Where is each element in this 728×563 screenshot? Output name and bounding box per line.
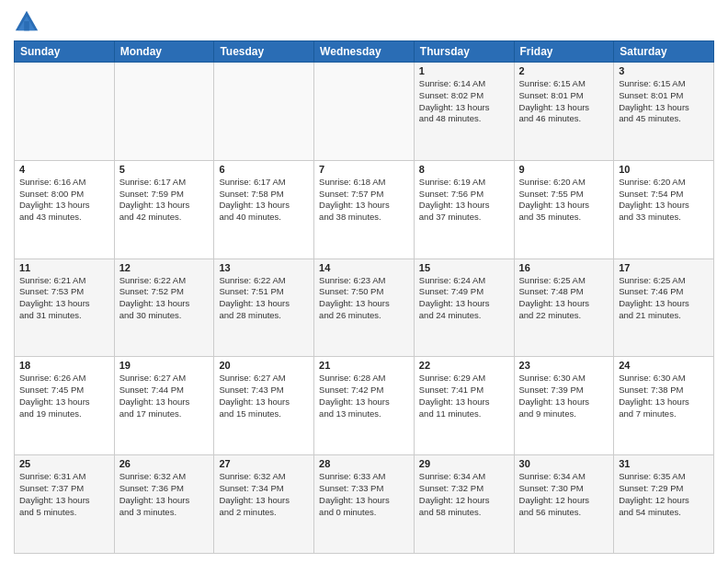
calendar-cell: 11Sunrise: 6:21 AM Sunset: 7:53 PM Dayli… (15, 259, 115, 357)
day-info: Sunrise: 6:33 AM Sunset: 7:33 PM Dayligh… (319, 471, 409, 518)
calendar-cell: 21Sunrise: 6:28 AM Sunset: 7:42 PM Dayli… (314, 357, 415, 455)
day-number: 31 (619, 458, 709, 469)
day-info: Sunrise: 6:26 AM Sunset: 7:45 PM Dayligh… (19, 373, 109, 419)
day-number: 26 (119, 458, 210, 469)
calendar-cell: 29Sunrise: 6:34 AM Sunset: 7:32 PM Dayli… (414, 455, 514, 554)
header-wednesday: Wednesday (314, 41, 415, 63)
logo (14, 9, 43, 35)
day-number: 1 (419, 65, 509, 76)
day-info: Sunrise: 6:30 AM Sunset: 7:39 PM Dayligh… (519, 373, 609, 419)
calendar-cell: 4Sunrise: 6:16 AM Sunset: 8:00 PM Daylig… (15, 160, 115, 259)
header-saturday: Saturday (614, 41, 714, 63)
day-info: Sunrise: 6:22 AM Sunset: 7:51 PM Dayligh… (219, 275, 309, 322)
day-info: Sunrise: 6:29 AM Sunset: 7:41 PM Dayligh… (419, 373, 509, 419)
calendar-cell: 1Sunrise: 6:14 AM Sunset: 8:02 PM Daylig… (414, 63, 514, 161)
calendar-cell: 3Sunrise: 6:15 AM Sunset: 8:01 PM Daylig… (614, 63, 714, 161)
calendar-cell: 12Sunrise: 6:22 AM Sunset: 7:52 PM Dayli… (114, 259, 214, 357)
calendar-cell: 14Sunrise: 6:23 AM Sunset: 7:50 PM Dayli… (314, 259, 415, 357)
day-info: Sunrise: 6:25 AM Sunset: 7:46 PM Dayligh… (619, 275, 709, 322)
calendar-cell: 26Sunrise: 6:32 AM Sunset: 7:36 PM Dayli… (114, 455, 214, 554)
calendar-cell: 18Sunrise: 6:26 AM Sunset: 7:45 PM Dayli… (15, 357, 115, 455)
day-number: 15 (419, 262, 509, 273)
day-number: 21 (319, 360, 409, 371)
day-info: Sunrise: 6:22 AM Sunset: 7:52 PM Dayligh… (119, 275, 210, 322)
day-number: 16 (519, 262, 609, 273)
day-info: Sunrise: 6:20 AM Sunset: 7:55 PM Dayligh… (519, 177, 609, 224)
day-info: Sunrise: 6:17 AM Sunset: 7:58 PM Dayligh… (219, 177, 309, 224)
day-number: 25 (19, 458, 109, 469)
day-number: 9 (519, 164, 609, 175)
day-number: 6 (219, 164, 309, 175)
day-number: 27 (219, 458, 309, 469)
day-info: Sunrise: 6:17 AM Sunset: 7:59 PM Dayligh… (119, 177, 210, 224)
calendar-week-row: 25Sunrise: 6:31 AM Sunset: 7:37 PM Dayli… (15, 455, 714, 554)
day-number: 11 (19, 262, 109, 273)
day-info: Sunrise: 6:34 AM Sunset: 7:30 PM Dayligh… (519, 471, 609, 518)
calendar-cell: 19Sunrise: 6:27 AM Sunset: 7:44 PM Dayli… (114, 357, 214, 455)
day-info: Sunrise: 6:15 AM Sunset: 8:01 PM Dayligh… (519, 78, 609, 125)
calendar-week-row: 1Sunrise: 6:14 AM Sunset: 8:02 PM Daylig… (15, 63, 714, 161)
day-info: Sunrise: 6:15 AM Sunset: 8:01 PM Dayligh… (619, 78, 709, 125)
day-number: 14 (319, 262, 409, 273)
day-info: Sunrise: 6:16 AM Sunset: 8:00 PM Dayligh… (19, 177, 109, 224)
day-info: Sunrise: 6:21 AM Sunset: 7:53 PM Dayligh… (19, 275, 109, 322)
header-thursday: Thursday (414, 41, 514, 63)
weekday-header-row: Sunday Monday Tuesday Wednesday Thursday… (15, 41, 714, 63)
day-info: Sunrise: 6:28 AM Sunset: 7:42 PM Dayligh… (319, 373, 409, 419)
day-number: 18 (19, 360, 109, 371)
day-number: 22 (419, 360, 509, 371)
calendar-cell: 6Sunrise: 6:17 AM Sunset: 7:58 PM Daylig… (214, 160, 314, 259)
calendar-cell: 31Sunrise: 6:35 AM Sunset: 7:29 PM Dayli… (614, 455, 714, 554)
calendar-cell: 8Sunrise: 6:19 AM Sunset: 7:56 PM Daylig… (414, 160, 514, 259)
day-number: 2 (519, 65, 609, 76)
calendar-cell: 7Sunrise: 6:18 AM Sunset: 7:57 PM Daylig… (314, 160, 415, 259)
day-info: Sunrise: 6:31 AM Sunset: 7:37 PM Dayligh… (19, 471, 109, 518)
day-number: 10 (619, 164, 709, 175)
day-info: Sunrise: 6:24 AM Sunset: 7:49 PM Dayligh… (419, 275, 509, 322)
calendar-cell (314, 63, 415, 161)
day-number: 7 (319, 164, 409, 175)
calendar-cell: 22Sunrise: 6:29 AM Sunset: 7:41 PM Dayli… (414, 357, 514, 455)
day-number: 8 (419, 164, 509, 175)
calendar-cell (15, 63, 115, 161)
day-info: Sunrise: 6:32 AM Sunset: 7:36 PM Dayligh… (119, 471, 210, 518)
calendar-header: Sunday Monday Tuesday Wednesday Thursday… (15, 41, 714, 63)
calendar-cell: 24Sunrise: 6:30 AM Sunset: 7:38 PM Dayli… (614, 357, 714, 455)
header-tuesday: Tuesday (214, 41, 314, 63)
calendar-body: 1Sunrise: 6:14 AM Sunset: 8:02 PM Daylig… (15, 63, 714, 554)
day-number: 5 (119, 164, 210, 175)
day-number: 24 (619, 360, 709, 371)
day-number: 4 (19, 164, 109, 175)
calendar-cell: 17Sunrise: 6:25 AM Sunset: 7:46 PM Dayli… (614, 259, 714, 357)
day-number: 30 (519, 458, 609, 469)
calendar-cell: 10Sunrise: 6:20 AM Sunset: 7:54 PM Dayli… (614, 160, 714, 259)
day-number: 3 (619, 65, 709, 76)
calendar-cell: 2Sunrise: 6:15 AM Sunset: 8:01 PM Daylig… (514, 63, 614, 161)
day-info: Sunrise: 6:27 AM Sunset: 7:43 PM Dayligh… (219, 373, 309, 419)
day-info: Sunrise: 6:30 AM Sunset: 7:38 PM Dayligh… (619, 373, 709, 419)
calendar: Sunday Monday Tuesday Wednesday Thursday… (14, 40, 714, 554)
day-info: Sunrise: 6:27 AM Sunset: 7:44 PM Dayligh… (119, 373, 210, 419)
day-number: 29 (419, 458, 509, 469)
calendar-cell: 13Sunrise: 6:22 AM Sunset: 7:51 PM Dayli… (214, 259, 314, 357)
calendar-cell: 20Sunrise: 6:27 AM Sunset: 7:43 PM Dayli… (214, 357, 314, 455)
svg-rect-2 (24, 21, 29, 30)
calendar-week-row: 11Sunrise: 6:21 AM Sunset: 7:53 PM Dayli… (15, 259, 714, 357)
day-info: Sunrise: 6:32 AM Sunset: 7:34 PM Dayligh… (219, 471, 309, 518)
day-number: 17 (619, 262, 709, 273)
calendar-week-row: 18Sunrise: 6:26 AM Sunset: 7:45 PM Dayli… (15, 357, 714, 455)
day-number: 28 (319, 458, 409, 469)
day-info: Sunrise: 6:18 AM Sunset: 7:57 PM Dayligh… (319, 177, 409, 224)
calendar-cell (114, 63, 214, 161)
calendar-table: Sunday Monday Tuesday Wednesday Thursday… (14, 40, 714, 554)
calendar-cell: 30Sunrise: 6:34 AM Sunset: 7:30 PM Dayli… (514, 455, 614, 554)
day-info: Sunrise: 6:20 AM Sunset: 7:54 PM Dayligh… (619, 177, 709, 224)
calendar-cell: 23Sunrise: 6:30 AM Sunset: 7:39 PM Dayli… (514, 357, 614, 455)
calendar-week-row: 4Sunrise: 6:16 AM Sunset: 8:00 PM Daylig… (15, 160, 714, 259)
calendar-cell: 9Sunrise: 6:20 AM Sunset: 7:55 PM Daylig… (514, 160, 614, 259)
day-info: Sunrise: 6:25 AM Sunset: 7:48 PM Dayligh… (519, 275, 609, 322)
calendar-cell: 28Sunrise: 6:33 AM Sunset: 7:33 PM Dayli… (314, 455, 415, 554)
day-info: Sunrise: 6:14 AM Sunset: 8:02 PM Dayligh… (419, 78, 509, 125)
calendar-cell (214, 63, 314, 161)
calendar-cell: 5Sunrise: 6:17 AM Sunset: 7:59 PM Daylig… (114, 160, 214, 259)
